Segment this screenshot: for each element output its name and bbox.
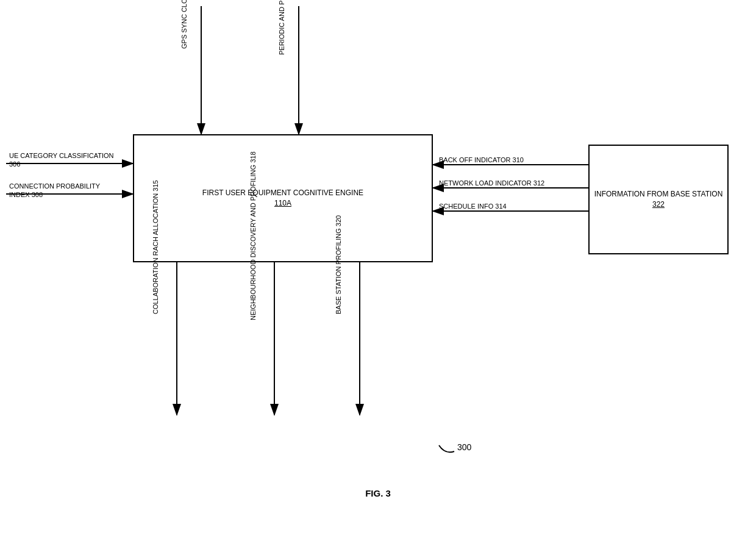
figure-ref-300: 300 [457,442,471,453]
arrows-svg [0,0,756,535]
info-box-ref: 322 [652,200,665,209]
connection-prob-label: CONNECTION PROBABILITY INDEX 308 [9,182,122,199]
main-box-ref: 110A [274,199,291,207]
schedule-info-label: SCHEDULE INFO 314 [439,202,585,210]
main-box-label: FIRST USER EQUIPMENT COGNITIVE ENGINE [202,189,363,197]
diagram: FIRST USER EQUIPMENT COGNITIVE ENGINE 11… [0,0,756,535]
gps-sync-label: GPS SYNC CLOCK 302 [180,12,229,21]
main-box: FIRST USER EQUIPMENT COGNITIVE ENGINE 11… [133,134,433,262]
neighbourhood-label: NEIGHBOURHOOD DISCOVERY AND PROFILING 31… [249,271,298,280]
info-box-label: INFORMATION FROM BASE STATION [594,190,723,198]
periodic-schedule-label: PERIODIC AND PRE-CONFIGURED SCHEDULE 304 [277,6,326,15]
fig-label: FIG. 3 [335,488,421,498]
back-off-label: BACK OFF INDICATOR 310 [439,156,585,164]
ue-category-label: UE CATEGORY CLASSIFICATION 306 [9,151,122,169]
collab-rach-label: COLLABORATION RACH ALLOCATION 315 [151,271,200,280]
network-load-label: NETWORK LOAD INDICATOR 312 [439,179,585,187]
base-station-profiling-label: BASE STATION PROFILING 320 [334,271,383,280]
info-box: INFORMATION FROM BASE STATION 322 [588,145,729,254]
